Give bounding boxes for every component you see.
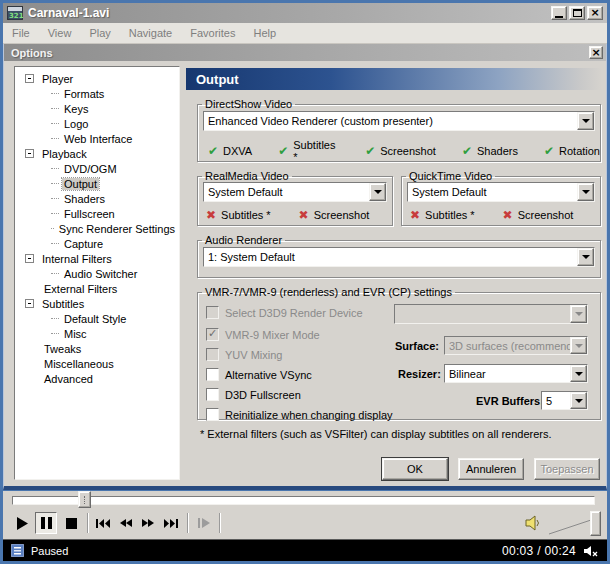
menu-favorites[interactable]: Favorites	[181, 24, 244, 42]
svg-text:321: 321	[9, 12, 23, 20]
play-button[interactable]	[11, 512, 33, 534]
dropdown-button[interactable]	[577, 183, 594, 201]
subtitles-note: * External filters (such as VSFilter) ca…	[200, 428, 552, 440]
frame-step-button[interactable]	[193, 512, 215, 534]
dropdown-button[interactable]	[577, 112, 594, 130]
skip-back-button[interactable]	[92, 512, 114, 534]
stop-button[interactable]	[60, 512, 82, 534]
seek-thumb[interactable]	[78, 491, 91, 508]
dropdown-button[interactable]	[369, 183, 386, 201]
menu-navigate[interactable]: Navigate	[120, 24, 181, 42]
toolbar-separator	[187, 513, 188, 533]
chevron-down-icon	[575, 344, 583, 352]
dialog-title: Options	[11, 47, 589, 59]
media-file-icon	[11, 544, 24, 557]
toolbar-separator	[87, 513, 88, 533]
time-display: 00:03 / 00:24	[502, 544, 576, 558]
collapse-icon[interactable]	[25, 74, 34, 83]
checkbox-icon[interactable]	[206, 408, 219, 421]
mute-icon[interactable]	[584, 545, 599, 557]
transport-bar	[3, 508, 607, 539]
checkbox-icon[interactable]	[206, 388, 219, 401]
tree-item-playback[interactable]: Playback	[17, 146, 177, 161]
volume-slider-thumb[interactable]	[590, 511, 601, 536]
check-icon: ✔	[365, 145, 375, 157]
menu-view[interactable]: View	[39, 24, 81, 42]
dropdown-button[interactable]	[570, 365, 587, 382]
dropdown-button[interactable]	[570, 392, 587, 409]
checkbox-icon[interactable]	[206, 368, 219, 381]
cross-icon: ✖	[410, 209, 420, 221]
tree-item-default-style[interactable]: Default Style	[17, 311, 177, 326]
ok-button[interactable]: OK	[382, 458, 448, 480]
close-icon: ×	[590, 8, 599, 18]
tree-item-shaders[interactable]: Shaders	[17, 191, 177, 206]
tree-item-tweaks[interactable]: Tweaks	[17, 341, 177, 356]
collapse-icon[interactable]	[25, 149, 34, 158]
fast-forward-button[interactable]	[137, 512, 159, 534]
tree-item-keys[interactable]: Keys	[17, 101, 177, 116]
reinitialize-display-checkbox[interactable]: Reinitialize when changing display	[206, 408, 393, 421]
skip-forward-icon	[163, 519, 178, 528]
tree-item-logo[interactable]: Logo	[17, 116, 177, 131]
rewind-button[interactable]	[115, 512, 137, 534]
seek-track[interactable]	[12, 496, 595, 505]
tree-item-sync-renderer-settings[interactable]: Sync Renderer Settings	[17, 221, 177, 236]
audio-renderer-group: Audio Renderer 1: System Default	[197, 234, 601, 278]
options-dialog: Options × Player Formats Keys Logo Web I…	[3, 44, 607, 490]
cross-icon: ✖	[206, 209, 216, 221]
tree-item-capture[interactable]: Capture	[17, 236, 177, 251]
pause-button[interactable]	[35, 512, 57, 534]
tree-item-subtitles[interactable]: Subtitles	[17, 296, 177, 311]
audio-renderer-select[interactable]: 1: System Default	[203, 247, 595, 267]
vmr9-mixer-mode-checkbox: VMR-9 Mixer Mode	[206, 328, 320, 341]
status-bar: Paused 00:03 / 00:24	[3, 539, 607, 561]
maximize-button[interactable]	[569, 6, 585, 20]
dialog-close-button[interactable]: ×	[589, 46, 603, 59]
apply-button[interactable]: Toepassen	[534, 458, 600, 480]
output-page: Output DirectShow Video Enhanced Video R…	[186, 66, 604, 484]
tree-item-audio-switcher[interactable]: Audio Switcher	[17, 266, 177, 281]
checkbox-icon	[206, 348, 219, 361]
tree-item-miscellaneous[interactable]: Miscellaneous	[17, 356, 177, 371]
quicktime-renderer-select[interactable]: System Default	[407, 182, 595, 202]
evr-buffers-select[interactable]: 5	[541, 391, 588, 410]
dropdown-button	[570, 305, 587, 323]
tree-item-dvd-ogm[interactable]: DVD/OGM	[17, 161, 177, 176]
tree-item-web-interface[interactable]: Web Interface	[17, 131, 177, 146]
tree-item-player[interactable]: Player	[17, 71, 177, 86]
chevron-down-icon	[582, 255, 590, 263]
checkbox-checked-icon	[206, 328, 219, 341]
chevron-down-icon	[582, 190, 590, 198]
menu-play[interactable]: Play	[80, 24, 119, 42]
check-icon: ✔	[278, 145, 288, 157]
dialog-title-bar[interactable]: Options ×	[4, 44, 606, 61]
tree-item-external-filters[interactable]: External Filters	[17, 281, 177, 296]
minimize-icon	[555, 16, 563, 18]
tree-item-internal-filters[interactable]: Internal Filters	[17, 251, 177, 266]
directshow-renderer-select[interactable]: Enhanced Video Renderer (custom presente…	[203, 111, 595, 131]
realmedia-feature-row: ✖Subtitles * ✖Screenshot	[206, 209, 392, 221]
tree-item-output[interactable]: Output	[17, 176, 177, 191]
collapse-icon[interactable]	[25, 254, 34, 263]
cancel-button[interactable]: Annuleren	[458, 458, 524, 480]
skip-forward-button[interactable]	[159, 512, 181, 534]
tree-item-fullscreen[interactable]: Fullscreen	[17, 206, 177, 221]
d3d-fullscreen-checkbox[interactable]: D3D Fullscreen	[206, 388, 301, 401]
minimize-button[interactable]	[551, 6, 567, 20]
menu-file[interactable]: File	[3, 24, 39, 42]
tree-item-advanced[interactable]: Advanced	[17, 371, 177, 386]
close-button[interactable]: ×	[587, 6, 603, 20]
resizer-select[interactable]: Bilinear	[444, 364, 588, 383]
stop-icon	[66, 518, 77, 529]
realmedia-renderer-select[interactable]: System Default	[203, 182, 387, 202]
title-bar[interactable]: 321 Carnaval-1.avi ×	[3, 3, 607, 23]
dropdown-button[interactable]	[577, 248, 594, 266]
pause-icon	[41, 517, 52, 529]
alternative-vsync-checkbox[interactable]: Alternative VSync	[206, 368, 312, 381]
tree-item-misc[interactable]: Misc	[17, 326, 177, 341]
collapse-icon[interactable]	[25, 299, 34, 308]
tree-item-formats[interactable]: Formats	[17, 86, 177, 101]
select-d3d9-device-checkbox: Select D3D9 Render Device	[206, 306, 363, 319]
menu-help[interactable]: Help	[244, 24, 285, 42]
